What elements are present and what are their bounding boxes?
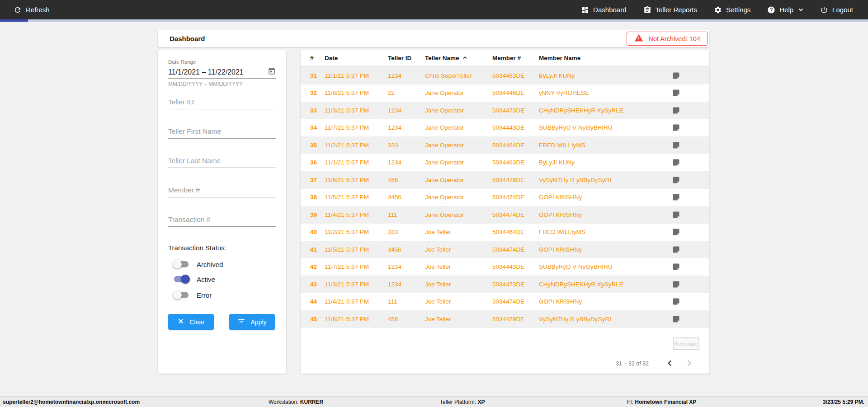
not-archived-badge[interactable]: Not Archived: 104	[627, 32, 708, 46]
row-teller-name-cell: Jane Operator	[425, 159, 492, 166]
row-teller-id-cell: 3456	[388, 194, 425, 201]
note-icon[interactable]	[672, 159, 702, 166]
table-row[interactable]: 44 11/4/21 5:37 PM 111 Joe Teller 503447…	[301, 293, 709, 311]
row-member-number-cell: 5034443DE	[492, 263, 539, 270]
error-switch[interactable]	[173, 290, 190, 299]
nav-logout[interactable]: Logout	[820, 6, 853, 14]
row-date-cell: 11/1/21 5:37 PM	[325, 72, 388, 79]
row-member-number-cell: 5034474DE	[492, 194, 539, 201]
table-row[interactable]: 38 11/5/21 5:37 PM 3456 Jane Operator 50…	[301, 189, 709, 206]
date-range-helper: MM/DD/YYYY – MM/DD/YYYY	[168, 81, 243, 87]
sort-asc-icon	[462, 55, 468, 62]
note-icon[interactable]	[672, 281, 702, 288]
transaction-number-field[interactable]	[168, 212, 276, 227]
help-icon	[767, 6, 775, 14]
filter-icon	[237, 317, 245, 327]
note-icon[interactable]	[672, 141, 702, 149]
row-member-name-cell: GOPI KRISHNy	[539, 298, 672, 305]
row-date-cell: 11/7/21 5:37 PM	[325, 263, 388, 270]
teller-id-field[interactable]	[168, 95, 276, 109]
next-page-icon[interactable]	[684, 359, 693, 368]
teller-last-name-field[interactable]	[168, 154, 276, 168]
table-body: 31 11/1/21 5:37 PM 1234 Chris SuperTelle…	[301, 67, 709, 328]
nav-teller-reports[interactable]: Teller Reports	[643, 6, 698, 14]
row-member-number-cell: 5034463DE	[492, 159, 539, 166]
note-icon[interactable]	[672, 246, 702, 253]
previous-page-icon[interactable]	[665, 359, 675, 368]
row-number-cell: 37	[310, 177, 325, 183]
row-member-name-cell: GOPI KRISHNy	[539, 194, 672, 201]
refresh-button[interactable]: Refresh	[14, 6, 50, 14]
table-row[interactable]: 35 11/2/21 5:37 PM 333 Jane Operator 503…	[301, 136, 709, 154]
calendar-icon[interactable]	[268, 67, 276, 77]
progress-bar-fill	[0, 19, 28, 22]
progress-bar	[0, 19, 868, 22]
next-page-button[interactable]: Next page	[673, 337, 699, 350]
note-icon[interactable]	[672, 211, 702, 219]
row-number-cell: 43	[310, 281, 325, 288]
row-number-cell: 44	[310, 298, 325, 305]
table-row[interactable]: 32 11/8/21 5:37 PM 22 Jane Operator 5034…	[301, 84, 709, 102]
nav-settings[interactable]: Settings	[714, 6, 750, 14]
row-teller-id-cell: 3456	[388, 246, 425, 253]
row-date-cell: 11/5/21 5:37 PM	[325, 194, 388, 201]
row-teller-id-cell: 1234	[388, 263, 425, 270]
row-number-cell: 32	[310, 89, 325, 96]
error-toggle[interactable]: Error	[158, 289, 286, 301]
row-teller-name-cell: Jane Operator	[425, 177, 492, 183]
archived-toggle[interactable]: Archived	[158, 258, 286, 270]
note-icon[interactable]	[672, 228, 702, 236]
note-icon[interactable]	[672, 107, 702, 114]
table-row[interactable]: 40 11/2/21 5:37 PM 333 Joe Teller 503446…	[301, 224, 709, 241]
table-row[interactable]: 39 11/4/21 5:37 PM 111 Jane Operator 503…	[301, 206, 709, 224]
row-teller-name-cell: Chris SuperTeller	[425, 72, 492, 79]
table-row[interactable]: 33 11/3/21 5:37 PM 1234 Jane Operator 50…	[301, 102, 709, 119]
column-header-member-name[interactable]: Member Name	[539, 55, 672, 61]
note-icon[interactable]	[672, 193, 702, 201]
member-number-field[interactable]	[168, 183, 276, 197]
row-date-cell: 11/8/21 5:37 PM	[325, 89, 388, 96]
column-header-date[interactable]: Date	[325, 55, 388, 61]
page-title: Dashboard	[170, 35, 205, 42]
table-row[interactable]: 45 11/6/21 5:37 PM 456 Joe Teller 503447…	[301, 310, 709, 328]
table-row[interactable]: 31 11/1/21 5:37 PM 1234 Chris SuperTelle…	[301, 67, 709, 84]
page-header-card: Dashboard Not Archived: 104	[158, 30, 709, 47]
active-switch[interactable]	[173, 275, 190, 284]
archived-switch[interactable]	[173, 260, 190, 269]
row-member-name-cell: CHyNDRySHEKHyR KySyRLE	[539, 281, 672, 288]
row-member-number-cell: 5034479DE	[492, 177, 539, 183]
date-range-input[interactable]: 11/1/2021 – 11/22/2021	[168, 66, 276, 79]
note-icon[interactable]	[672, 72, 702, 80]
refresh-icon	[14, 6, 22, 14]
apply-button[interactable]: Apply	[229, 314, 275, 330]
row-teller-name-cell: Joe Teller	[425, 263, 492, 270]
note-icon[interactable]	[672, 263, 702, 271]
note-icon[interactable]	[672, 315, 702, 323]
clear-button[interactable]: Clear	[168, 314, 214, 330]
row-member-number-cell: 5034464DE	[492, 142, 539, 149]
note-icon[interactable]	[672, 124, 702, 131]
note-icon[interactable]	[672, 89, 702, 97]
row-member-number-cell: 5034479DE	[492, 316, 539, 323]
table-row[interactable]: 43 11/3/21 5:37 PM 1234 Joe Teller 50344…	[301, 276, 709, 293]
nav-dashboard[interactable]: Dashboard	[581, 6, 626, 14]
row-teller-id-cell: 22	[388, 89, 425, 96]
teller-first-name-field[interactable]	[168, 124, 276, 139]
row-member-number-cell: 5034473DE	[492, 281, 539, 288]
table-row[interactable]: 37 11/6/21 5:37 PM 456 Jane Operator 503…	[301, 171, 709, 189]
row-member-number-cell: 5034473DE	[492, 107, 539, 114]
active-toggle[interactable]: Active	[158, 273, 286, 285]
table-row[interactable]: 36 11/1/21 5:37 PM 1234 Jane Operator 50…	[301, 154, 709, 172]
table-row[interactable]: 42 11/7/21 5:37 PM 1234 Joe Teller 50344…	[301, 258, 709, 276]
table-row[interactable]: 41 11/5/21 5:37 PM 3456 Joe Teller 50344…	[301, 241, 709, 258]
column-header-num[interactable]: #	[310, 55, 325, 61]
column-header-teller-id[interactable]: Teller ID	[388, 55, 425, 61]
note-icon[interactable]	[672, 298, 702, 305]
nav-help[interactable]: Help	[767, 6, 803, 14]
row-member-number-cell: 5034464DE	[492, 229, 539, 235]
column-header-teller-name[interactable]: Teller Name	[425, 55, 492, 62]
note-icon[interactable]	[672, 176, 702, 184]
column-header-member-num[interactable]: Member #	[492, 55, 539, 61]
table-row[interactable]: 34 11/7/21 5:37 PM 1234 Jane Operator 50…	[301, 119, 709, 137]
transaction-status-label: Transaction Status:	[168, 244, 226, 252]
